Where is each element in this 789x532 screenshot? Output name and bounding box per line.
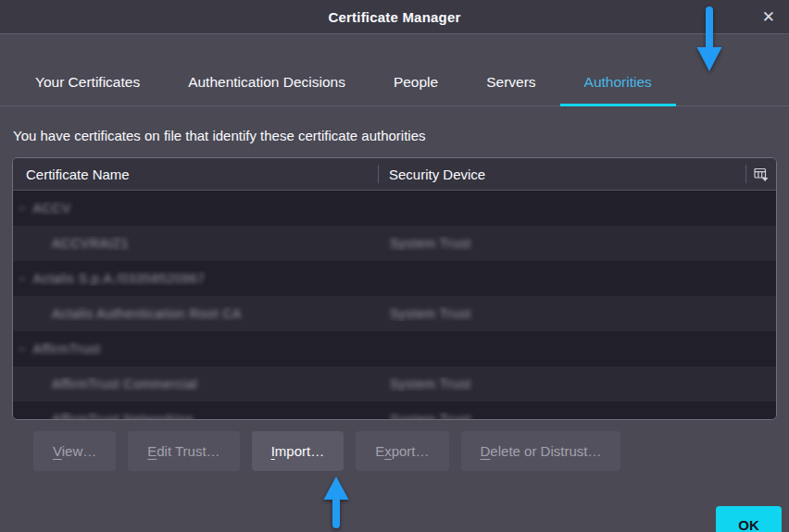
tab-people[interactable]: People [369,59,462,105]
label-text: port… [392,443,430,459]
column-picker-icon [754,167,769,181]
certificate-manager-dialog: Certificate Manager ✕ Your Certificates … [0,0,789,532]
certificate-name-text: ACCVRAIZ1 [52,236,129,251]
label-text: elete or Distrust… [490,443,601,459]
cell-certificate-name: Actalis Authentication Root CA [13,306,378,321]
label-text: E [375,443,384,459]
cert-row-child[interactable]: AffirmTrust NetworkingSystem Trust [13,402,776,420]
tab-bar: Your Certificates Authentication Decisio… [0,34,789,106]
certificate-name-text: ACCV [33,201,71,216]
twisty-collapse-icon[interactable]: − [19,202,26,216]
label-text: mport… [275,443,324,459]
export-button[interactable]: Export… [356,431,448,471]
access-key: D [481,443,491,459]
certificate-name-text: Actalis S.p.A./03358520967 [33,271,206,286]
delete-or-distrust-button[interactable]: Delete or Distrust… [461,431,621,471]
cert-row-group[interactable]: −AffirmTrust [13,331,776,366]
access-key: E [147,443,157,459]
cert-row-group[interactable]: −ACCV [13,191,776,226]
cell-security-device: System Trust [378,377,776,391]
column-header-certificate-name[interactable]: Certificate Name [13,158,378,190]
view-button[interactable]: View… [33,431,116,471]
certificate-name-text: AffirmTrust Commercial [52,377,197,391]
table-header-row: Certificate Name Security Device [13,158,776,191]
action-button-row: View… Edit Trust… Import… Export… Delete… [12,431,777,471]
cell-security-device: System Trust [378,412,776,420]
cell-certificate-name: ACCVRAIZ1 [13,236,378,251]
access-key: V [53,443,62,459]
label-text: iew… [62,443,97,459]
tab-your-certificates[interactable]: Your Certificates [11,59,164,105]
cert-row-child[interactable]: AffirmTrust CommercialSystem Trust [13,366,776,402]
cell-certificate-name: AffirmTrust Commercial [13,377,378,391]
tab-authorities[interactable]: Authorities [560,59,676,105]
cell-certificate-name: −AffirmTrust [13,341,378,356]
twisty-collapse-icon[interactable]: − [19,342,26,356]
label-text: dit Trust… [157,443,219,459]
certificate-name-text: AffirmTrust [33,341,101,356]
certificate-table: Certificate Name Security Device −ACCVAC… [12,157,777,420]
intro-text: You have certificates on file that ident… [13,128,777,143]
twisty-collapse-icon[interactable]: − [19,272,26,286]
tab-authentication-decisions[interactable]: Authentication Decisions [164,59,369,105]
cell-certificate-name: −Actalis S.p.A./03358520967 [13,271,378,286]
close-icon[interactable]: ✕ [759,6,778,28]
security-device-text: System Trust [390,412,471,420]
cell-security-device: System Trust [378,236,776,251]
edit-trust-button[interactable]: Edit Trust… [128,431,239,471]
column-picker-button[interactable] [745,158,776,190]
import-button[interactable]: Import… [252,431,344,471]
cell-certificate-name: −ACCV [13,201,378,216]
titlebar: Certificate Manager ✕ [0,0,789,34]
security-device-text: System Trust [390,306,471,321]
access-key: x [384,443,392,459]
cert-row-group[interactable]: −Actalis S.p.A./03358520967 [13,261,776,296]
column-header-security-device[interactable]: Security Device [378,158,745,190]
security-device-text: System Trust [390,377,471,391]
cert-row-child[interactable]: Actalis Authentication Root CASystem Tru… [13,296,776,331]
cell-security-device: System Trust [378,306,776,321]
tab-servers[interactable]: Servers [462,59,559,105]
security-device-text: System Trust [390,236,471,251]
certificate-name-text: Actalis Authentication Root CA [52,306,242,321]
dialog-title: Certificate Manager [328,9,460,25]
content-area: You have certificates on file that ident… [0,128,789,532]
certificate-name-text: AffirmTrust Networking [52,412,194,420]
cell-certificate-name: AffirmTrust Networking [13,412,378,420]
ok-button[interactable]: OK [716,506,782,532]
certificate-tree: −ACCVACCVRAIZ1System Trust−Actalis S.p.A… [13,191,776,420]
cert-row-child[interactable]: ACCVRAIZ1System Trust [13,226,776,261]
